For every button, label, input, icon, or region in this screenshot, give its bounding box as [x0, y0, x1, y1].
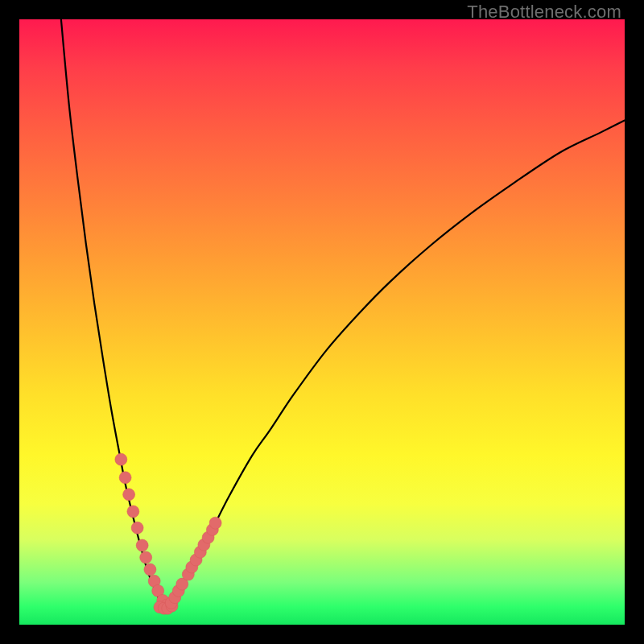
chart-frame: TheBottleneck.com	[0, 0, 644, 644]
data-marker	[123, 489, 135, 501]
watermark-text: TheBottleneck.com	[467, 2, 621, 23]
data-marker	[119, 472, 131, 484]
data-marker	[131, 522, 143, 534]
data-marker	[144, 564, 156, 576]
chart-svg	[19, 19, 625, 625]
left-branch-curve	[61, 19, 162, 605]
data-marker	[140, 551, 152, 564]
data-marker	[115, 453, 127, 465]
data-marker	[127, 506, 139, 518]
right-branch-curve	[169, 121, 625, 605]
marker-group	[115, 453, 221, 614]
data-marker	[136, 539, 148, 551]
data-marker	[209, 517, 221, 529]
curve-group	[61, 19, 625, 609]
